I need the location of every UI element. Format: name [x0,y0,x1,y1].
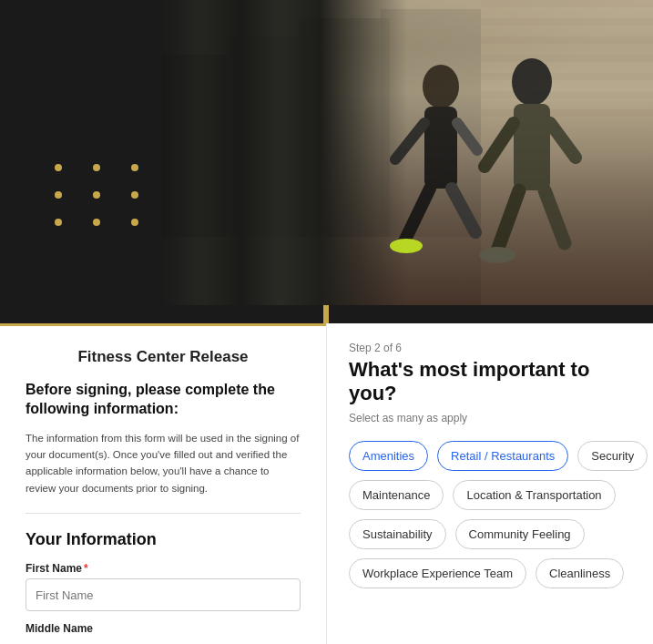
svg-line-22 [550,123,576,158]
svg-line-17 [452,189,475,232]
tags-row-3: Sustainability Community Feeling [349,519,631,549]
svg-rect-6 [481,18,653,26]
first-name-label: First Name* [26,562,301,575]
dot-9 [131,219,138,226]
tag-workplace-experience-team[interactable]: Workplace Experience Team [349,558,526,588]
svg-point-19 [512,58,552,106]
tag-cleanliness[interactable]: Cleanliness [536,558,624,588]
hero-image [162,0,653,305]
svg-point-25 [479,247,515,263]
svg-line-14 [395,123,424,159]
svg-rect-0 [162,55,235,237]
tag-retail-restaurants[interactable]: Retail / Restaurants [437,441,568,471]
tag-community-feeling[interactable]: Community Feeling [455,519,585,549]
svg-rect-5 [481,0,653,7]
dot-1 [55,164,62,171]
select-hint: Select as many as apply [349,412,631,424]
dot-2 [93,164,100,171]
svg-point-12 [423,65,459,108]
svg-line-16 [404,189,430,241]
dot-7 [55,219,62,226]
tag-location-transportation[interactable]: Location & Transportation [453,480,615,510]
importance-title: What's most important to you? [349,358,631,406]
your-info-title: Your Information [26,530,301,549]
tags-row-4: Workplace Experience Team Cleanliness [349,558,631,588]
form-description: The information from this form will be u… [26,430,301,497]
tags-grid: Amenities Retail / Restaurants Security … [349,441,631,588]
tag-security[interactable]: Security [577,441,648,471]
svg-rect-1 [226,36,308,237]
svg-rect-13 [424,107,457,189]
svg-rect-20 [514,104,550,190]
step-label: Step 2 of 6 [349,342,631,354]
before-signing-subtitle: Before signing, please complete the foll… [26,381,301,419]
dot-6 [131,191,138,199]
gold-bar-separator [323,305,329,323]
svg-line-15 [457,123,477,150]
tags-row-2: Maintenance Location & Transportation [349,480,631,510]
left-panel: Fitness Center Release Before signing, p… [0,323,326,644]
panels-row: Fitness Center Release Before signing, p… [0,323,653,644]
dot-4 [55,191,62,199]
dot-8 [93,219,100,226]
svg-line-23 [497,190,519,250]
svg-point-18 [390,239,423,253]
decorative-dots [55,164,149,226]
tag-sustainability[interactable]: Sustainability [349,519,446,549]
divider [26,513,301,514]
fitness-center-title: Fitness Center Release [26,348,301,366]
svg-line-24 [545,190,565,243]
dot-3 [131,164,138,171]
tags-row-1: Amenities Retail / Restaurants Security [349,441,631,471]
tag-maintenance[interactable]: Maintenance [349,480,444,510]
first-name-input[interactable] [26,578,301,611]
middle-name-label: Middle Name [26,622,301,635]
dot-5 [93,191,100,199]
tag-amenities[interactable]: Amenities [349,441,428,471]
svg-line-21 [485,123,514,167]
right-panel: Step 2 of 6 What's most important to you… [326,323,653,644]
